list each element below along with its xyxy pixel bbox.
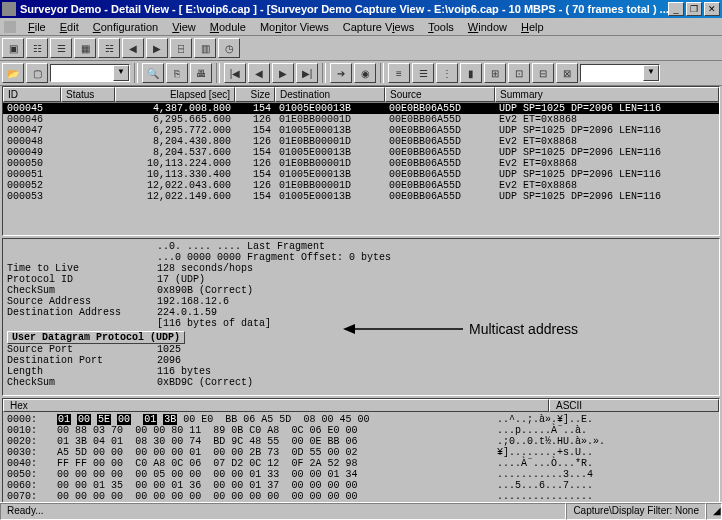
tb-record-icon[interactable]: ▣ bbox=[2, 38, 24, 58]
view-combo[interactable] bbox=[580, 64, 660, 82]
tb-bar-icon[interactable]: ▮ bbox=[460, 63, 482, 83]
tb-grid3-icon[interactable]: ⊟ bbox=[532, 63, 554, 83]
menu-help[interactable]: Help bbox=[515, 21, 550, 33]
col-destination[interactable]: Destination bbox=[275, 87, 385, 102]
hex-row: 0000:01 00 5E 00 01 3B 00 E0 BB 06 A5 5D… bbox=[7, 414, 715, 425]
arrow-icon bbox=[343, 321, 463, 337]
titlebar: Surveyor Demo - Detail View - [ E:\voip6… bbox=[0, 0, 722, 18]
minimize-button[interactable]: _ bbox=[668, 2, 684, 16]
menu-edit[interactable]: Edit bbox=[54, 21, 85, 33]
maximize-button[interactable]: ❐ bbox=[686, 2, 702, 16]
tb-first-icon[interactable]: |◀ bbox=[224, 63, 246, 83]
hex-row: 0050:00 00 00 00 00 05 00 00 00 00 01 33… bbox=[7, 469, 715, 480]
tb-list3-icon[interactable]: ⋮ bbox=[436, 63, 458, 83]
status-grip-icon: ◢ bbox=[706, 503, 722, 520]
table-row[interactable]: 00005010,113.224.00012601E0BB00001D00E0B… bbox=[3, 158, 719, 169]
srcport-value: 1025 bbox=[157, 344, 181, 355]
tb-capture-icon[interactable]: ▦ bbox=[74, 38, 96, 58]
ttl-label: Time to Live bbox=[7, 263, 157, 274]
tb-open-icon[interactable]: 📂 bbox=[2, 63, 24, 83]
annotation-text: Multicast address bbox=[469, 321, 578, 337]
tb-copy-icon[interactable]: ⎘ bbox=[166, 63, 188, 83]
srcport-label: Source Port bbox=[7, 344, 157, 355]
doc-icon bbox=[4, 21, 16, 33]
tb-list2-icon[interactable]: ☰ bbox=[412, 63, 434, 83]
col-size[interactable]: Size bbox=[235, 87, 275, 102]
ascii-header: ASCII bbox=[549, 399, 719, 412]
table-row[interactable]: 00005312,022.149.60015401005E00013B00E0B… bbox=[3, 191, 719, 202]
hex-row: 0060:00 00 01 35 00 00 01 36 00 00 01 37… bbox=[7, 480, 715, 491]
length-label: Length bbox=[7, 366, 157, 377]
status-ready: Ready... bbox=[0, 503, 566, 520]
tb-arrow-icon[interactable]: ➔ bbox=[330, 63, 352, 83]
tb-prev-icon[interactable]: ◀ bbox=[248, 63, 270, 83]
tb-grid2-icon[interactable]: ⊡ bbox=[508, 63, 530, 83]
tb-list1-icon[interactable]: ≡ bbox=[388, 63, 410, 83]
col-elapsed[interactable]: Elapsed [sec] bbox=[115, 87, 235, 102]
menu-monitorviews[interactable]: Monitor Views bbox=[254, 21, 335, 33]
ttl-value: 128 seconds/hops bbox=[157, 263, 253, 274]
menu-module[interactable]: Module bbox=[204, 21, 252, 33]
app-icon bbox=[2, 2, 16, 16]
srcaddr-label: Source Address bbox=[7, 296, 157, 307]
frame-list-body[interactable]: 0000454,387.008.80015401005E00013B00E0BB… bbox=[3, 103, 719, 235]
protocol-label: Protocol ID bbox=[7, 274, 157, 285]
toolbar-2: 📂 ▢ 🔍 ⎘ 🖶 |◀ ◀ ▶ ▶| ➔ ◉ ≡ ☰ ⋮ ▮ ⊞ ⊡ ⊟ ⊠ bbox=[0, 61, 722, 86]
tb-layout1-icon[interactable]: ☷ bbox=[26, 38, 48, 58]
table-row[interactable]: 0000488,204.430.80012601E0BB00001D00E0BB… bbox=[3, 136, 719, 147]
tb-last-icon[interactable]: ▶| bbox=[296, 63, 318, 83]
tb-chart-icon[interactable]: ▥ bbox=[194, 38, 216, 58]
col-status[interactable]: Status bbox=[61, 87, 115, 102]
table-row[interactable]: 0000476,295.772.00015401005E00013B00E0BB… bbox=[3, 125, 719, 136]
col-source[interactable]: Source bbox=[385, 87, 495, 102]
close-button[interactable]: ✕ bbox=[704, 2, 720, 16]
menu-configuration[interactable]: Configuration bbox=[87, 21, 164, 33]
table-row[interactable]: 0000498,204.537.60015401005E00013B00E0BB… bbox=[3, 147, 719, 158]
window-title: Surveyor Demo - Detail View - [ E:\voip6… bbox=[20, 3, 668, 15]
hex-row: 0010:00 88 03 70 00 00 80 11 89 0B C0 A8… bbox=[7, 425, 715, 436]
col-id[interactable]: ID bbox=[3, 87, 61, 102]
tb-tree-icon[interactable]: ⌸ bbox=[170, 38, 192, 58]
table-row[interactable]: 0000466,295.665.60012601E0BB00001D00E0BB… bbox=[3, 114, 719, 125]
hex-header: Hex bbox=[3, 399, 549, 412]
table-row[interactable]: 00005110,113.330.40015401005E00013B00E0B… bbox=[3, 169, 719, 180]
dstaddr-value: 224.0.1.59 bbox=[157, 307, 217, 318]
menubar: File Edit Configuration View Module Moni… bbox=[0, 18, 722, 36]
menu-file[interactable]: File bbox=[22, 21, 52, 33]
udp-section-header[interactable]: User Datagram Protocol (UDP) bbox=[7, 331, 185, 344]
frame-list-header: ID Status Elapsed [sec] Size Destination… bbox=[3, 87, 719, 103]
tb-layout2-icon[interactable]: ☰ bbox=[50, 38, 72, 58]
tb-play-icon[interactable]: ▶ bbox=[272, 63, 294, 83]
tb-find-icon[interactable]: 🔍 bbox=[142, 63, 164, 83]
frame-list-pane: ID Status Elapsed [sec] Size Destination… bbox=[2, 86, 720, 236]
frag-offset: ...0 0000 0000 Fragment Offset: 0 bytes bbox=[157, 252, 391, 263]
tb-grid4-icon[interactable]: ⊠ bbox=[556, 63, 578, 83]
frame-combo[interactable] bbox=[50, 64, 130, 82]
dstaddr-label: Destination Address bbox=[7, 307, 157, 318]
dstport-label: Destination Port bbox=[7, 355, 157, 366]
tb-print-icon[interactable]: 🖶 bbox=[190, 63, 212, 83]
table-row[interactable]: 0000454,387.008.80015401005E00013B00E0BB… bbox=[3, 103, 719, 114]
menu-view[interactable]: View bbox=[166, 21, 202, 33]
hex-row: 0020:01 3B 04 01 08 30 00 74 BD 9C 48 55… bbox=[7, 436, 715, 447]
tb-circle-icon[interactable]: ◉ bbox=[354, 63, 376, 83]
table-row[interactable]: 00005212,022.043.60012601E0BB00001D00E0B… bbox=[3, 180, 719, 191]
tb-grid1-icon[interactable]: ⊞ bbox=[484, 63, 506, 83]
toolbar-1: ▣ ☷ ☰ ▦ ☵ ◀ ▶ ⌸ ▥ ◷ bbox=[0, 36, 722, 61]
tb-alarm-icon[interactable]: ◷ bbox=[218, 38, 240, 58]
detail-pane[interactable]: ..0. .... .... Last Fragment ...0 0000 0… bbox=[2, 238, 720, 396]
col-summary[interactable]: Summary bbox=[495, 87, 719, 102]
tb-right-icon[interactable]: ▶ bbox=[146, 38, 168, 58]
menu-tools[interactable]: Tools bbox=[422, 21, 460, 33]
menu-captureviews[interactable]: Capture Views bbox=[337, 21, 420, 33]
protocol-value: 17 (UDP) bbox=[157, 274, 205, 285]
window-controls: _ ❐ ✕ bbox=[668, 2, 720, 16]
tb-left-icon[interactable]: ◀ bbox=[122, 38, 144, 58]
udpchk-label: CheckSum bbox=[7, 377, 157, 388]
dstport-value: 2096 bbox=[157, 355, 181, 366]
menu-window[interactable]: Window bbox=[462, 21, 513, 33]
tb-box-icon[interactable]: ▢ bbox=[26, 63, 48, 83]
payload-bytes: [116 bytes of data] bbox=[157, 318, 271, 329]
tb-stats-icon[interactable]: ☵ bbox=[98, 38, 120, 58]
udpchk-value: 0xBD9C (Correct) bbox=[157, 377, 253, 388]
